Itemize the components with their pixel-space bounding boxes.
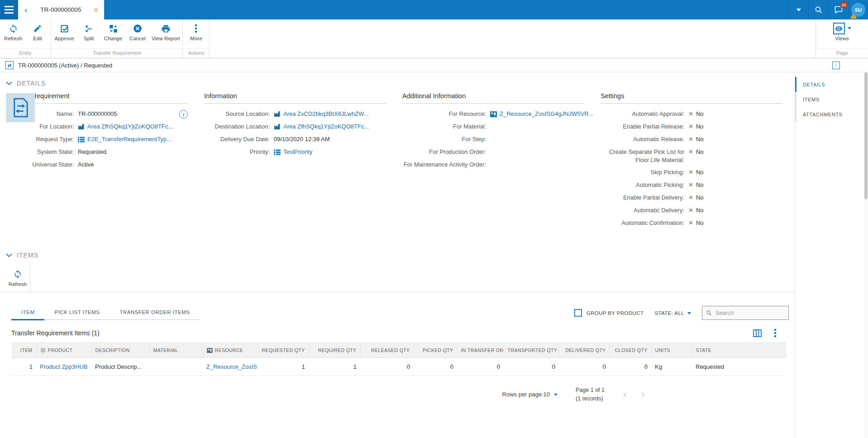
field-label: Automatic Confirmation: <box>601 219 684 227</box>
columns-icon[interactable] <box>753 329 762 337</box>
tab-back-chevron-icon[interactable]: ‹ <box>23 5 29 14</box>
printer-icon <box>161 24 171 33</box>
split-button[interactable]: Split <box>76 19 101 48</box>
column-header-delivered-qty[interactable]: DELIVERED QTY <box>559 343 610 358</box>
table-title: Transfer Requirement Items (1) <box>11 329 100 337</box>
field-label: For Location: <box>6 123 74 131</box>
universal-state-value: Active <box>78 161 94 169</box>
setting-value: No <box>696 181 704 189</box>
previous-page-button[interactable]: ‹ <box>623 389 627 400</box>
source-location-link[interactable]: Area ZxCD2bkq3BtX6JLwhZW... <box>283 110 369 118</box>
tab-transfer-order-items[interactable]: TRANSFER ORDER ITEMS <box>110 306 200 319</box>
next-page-button[interactable]: › <box>641 389 645 400</box>
field-label: Universal State: <box>6 161 74 169</box>
column-header-description[interactable]: DESCRIPTION <box>91 343 149 358</box>
additional-information-card: Additional Information For Resource: Z_R… <box>402 92 584 232</box>
list-icon <box>78 137 85 143</box>
views-button[interactable]: Views <box>830 19 854 48</box>
tab-pick-list-items[interactable]: PICK LIST ITEMS <box>44 306 110 319</box>
search-button[interactable] <box>808 0 828 19</box>
breadcrumb-title: TR-000000005 (Active) / Requested <box>18 62 112 69</box>
field-label: For Maintenance Activity Order: <box>402 161 486 169</box>
system-state-value: Requested <box>78 148 106 156</box>
change-button[interactable]: Change <box>101 19 125 48</box>
field-label: For Material: <box>402 123 486 131</box>
resource-link[interactable]: Z_Resource_ZosIS <box>206 363 257 370</box>
search-icon <box>706 309 712 316</box>
transfer-requirement-icon: ⇄ <box>5 61 14 69</box>
priority-link[interactable]: TestPriority <box>283 148 312 156</box>
state-filter-dropdown[interactable]: STATE: ALL <box>654 310 691 316</box>
refresh-button[interactable]: Refresh <box>1 19 25 48</box>
column-header-product[interactable]: PRODUCT <box>36 343 91 358</box>
column-header-item[interactable]: ITEM <box>11 343 36 358</box>
setting-value: No <box>696 148 704 156</box>
rows-per-page-dropdown[interactable]: Rows per page:10 <box>502 391 558 398</box>
notifications-button[interactable]: 26 <box>828 0 848 19</box>
column-header-required-qty[interactable]: REQUIRED QTY <box>309 343 360 358</box>
list-icon <box>274 149 281 155</box>
column-header-picked-qty[interactable]: PICKED QTY <box>414 343 457 358</box>
field-label: Automatic Approval: <box>601 110 684 118</box>
cancel-button[interactable]: Cancel <box>125 19 150 48</box>
table-row[interactable]: 1 Product Zpp3HUB Product Descrip... Z_R… <box>11 358 786 376</box>
scrollbar-thumb[interactable] <box>864 72 868 199</box>
items-section-header: ITEMS <box>0 244 795 264</box>
user-menu-button[interactable]: SU ! <box>848 0 868 19</box>
collapse-chevron-icon[interactable] <box>6 81 12 86</box>
column-header-state[interactable]: STATE <box>692 343 786 358</box>
sidenav-item-details[interactable]: DETAILS <box>795 77 868 92</box>
field-label: Request Type: <box>6 135 74 143</box>
entity-tab[interactable]: ‹ TR-000000005 ✕ <box>18 0 104 19</box>
more-button[interactable]: More <box>184 19 208 48</box>
menu-button[interactable] <box>0 0 18 19</box>
topbar-dropdown-button[interactable] <box>788 0 808 19</box>
product-link[interactable]: Product Zpp3HUB <box>40 363 88 370</box>
column-header-transported-qty[interactable]: TRANSPORTED QTY <box>504 343 559 358</box>
column-header-resource[interactable]: RESOURCE <box>203 343 258 358</box>
cross-icon: ✕ <box>688 135 693 143</box>
group-by-product-checkbox[interactable] <box>574 309 582 317</box>
field-label: Automatic Delivery: <box>601 206 684 214</box>
column-header-in-transfer[interactable]: IN TRANSFER OR... <box>457 343 504 358</box>
destination-location-link[interactable]: Area ZfhSQkq1YjtZoKQO8TFc... <box>283 123 369 131</box>
tab-item[interactable]: ITEM <box>11 306 44 319</box>
search-input[interactable] <box>715 309 785 316</box>
view-report-button[interactable]: View Report <box>150 19 181 48</box>
table-menu-kebab-icon[interactable] <box>774 329 776 337</box>
approve-button[interactable]: Approve <box>52 19 76 48</box>
collapse-chevron-icon[interactable] <box>6 253 12 257</box>
notification-badge: 26 <box>840 1 848 9</box>
tab-close-icon[interactable]: ✕ <box>92 6 100 14</box>
delivery-due-date-value: 09/10/2020 12:39 AM <box>274 135 330 143</box>
chevron-down-icon <box>554 394 558 398</box>
column-header-closed-qty[interactable]: CLOSED QTY <box>610 343 651 358</box>
request-type-link[interactable]: E2E_TransferRequirementTyp... <box>87 135 172 143</box>
cross-icon: ✕ <box>688 206 693 214</box>
for-resource-link[interactable]: Z_Resource_ZosISG4gJNJW5VR... <box>500 110 593 118</box>
sidenav-item-attachments[interactable]: ATTACHMENTS <box>795 107 868 122</box>
column-header-released-qty[interactable]: RELEASED QTY <box>360 343 414 358</box>
page-side-nav: DETAILS ITEMS ATTACHMENTS <box>795 72 868 438</box>
scrollbar[interactable] <box>864 72 868 438</box>
cell-transported-qty: 0 <box>504 358 559 376</box>
resource-icon <box>490 111 497 117</box>
action-toolbar: Refresh Edit Entity Approve Split Change <box>0 19 868 58</box>
edit-button[interactable]: Edit <box>25 19 50 48</box>
cell-item: 1 <box>11 358 36 376</box>
for-location-link[interactable]: Area ZfhSQkq1YjtZoKQO8TFc... <box>87 123 173 131</box>
cross-icon: ✕ <box>688 181 693 189</box>
column-header-requested-qty[interactable]: REQUESTED QTY <box>258 343 309 358</box>
items-refresh-button[interactable]: Refresh <box>5 264 30 292</box>
search-box <box>702 306 789 320</box>
sidenav-item-items[interactable]: ITEMS <box>795 92 868 107</box>
info-icon[interactable]: i <box>179 110 188 119</box>
factory-icon <box>274 111 281 117</box>
page-info: Page 1 of 1 (1 records) <box>576 386 605 402</box>
approve-checkbox-icon <box>60 24 69 33</box>
scroll-top-button[interactable]: ↑ <box>832 62 840 69</box>
column-header-material[interactable]: MATERIAL <box>149 343 203 358</box>
column-header-units[interactable]: UNITS <box>651 343 692 358</box>
field-label: For Step: <box>402 135 486 143</box>
change-icon <box>109 24 118 33</box>
